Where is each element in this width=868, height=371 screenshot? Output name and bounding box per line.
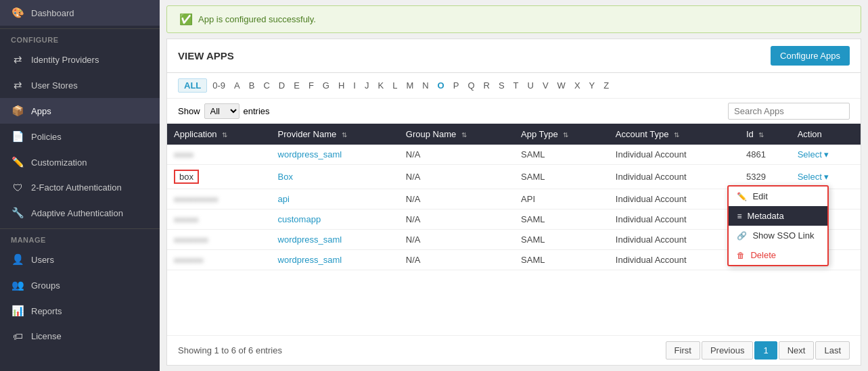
sidebar-label-customization: Customization bbox=[31, 157, 87, 168]
page-btn-previous[interactable]: Previous bbox=[702, 341, 754, 360]
sort-icon: ⇅ bbox=[342, 131, 347, 139]
alpha-btn-f[interactable]: F bbox=[305, 79, 317, 92]
cell-account-type: Individual Account bbox=[609, 250, 739, 270]
sidebar-item-customization[interactable]: ✏️ Customization bbox=[0, 149, 160, 175]
alpha-btn-b[interactable]: B bbox=[246, 79, 258, 92]
alpha-btn-z[interactable]: Z bbox=[600, 79, 612, 92]
alpha-btn-c[interactable]: C bbox=[260, 79, 273, 92]
apps-table: Application ⇅Provider Name ⇅Group Name ⇅… bbox=[167, 124, 861, 270]
alpha-btn-k[interactable]: K bbox=[374, 79, 387, 92]
groups-icon: 👥 bbox=[11, 279, 24, 291]
sidebar-item-identity-providers[interactable]: ⇄ Identity Providers bbox=[0, 47, 160, 72]
alpha-btn-s[interactable]: S bbox=[495, 79, 508, 92]
alpha-btn-e[interactable]: E bbox=[290, 79, 303, 92]
cell-provider-name[interactable]: api bbox=[271, 189, 399, 209]
col-application[interactable]: Application ⇅ bbox=[167, 124, 271, 145]
page-btn-next[interactable]: Next bbox=[779, 341, 815, 360]
blurred-app-name: ●●●●●● bbox=[174, 255, 204, 265]
table-controls: Show All102550100 entries bbox=[167, 99, 861, 124]
cell-provider-name[interactable]: Box bbox=[271, 165, 399, 189]
sidebar-item-users[interactable]: 👤 Users bbox=[0, 247, 160, 272]
sidebar-label-2fa: 2-Factor Authentication bbox=[31, 182, 122, 193]
alpha-btn-o[interactable]: O bbox=[434, 79, 448, 92]
show-entries-control: Show All102550100 entries bbox=[178, 103, 270, 119]
content-panel: VIEW APPS Configure Apps ALL0-9ABCDEFGHI… bbox=[166, 39, 861, 366]
sidebar-label-policies: Policies bbox=[31, 132, 62, 142]
cell-provider-name[interactable]: wordpress_saml bbox=[271, 250, 399, 270]
cell-action: Select ▾✏️Edit≡Metadata🔗Show SSO Link🗑De… bbox=[791, 165, 861, 189]
sidebar-item-policies[interactable]: 📄 Policies bbox=[0, 124, 160, 149]
alpha-btn-p[interactable]: P bbox=[450, 79, 463, 92]
sort-icon: ⇅ bbox=[563, 131, 568, 139]
context-menu-wrapper: Select ▾✏️Edit≡Metadata🔗Show SSO Link🗑De… bbox=[798, 172, 829, 182]
main-content: ✅ App is configured successfuly. VIEW AP… bbox=[160, 0, 868, 371]
cell-app-type: SAML bbox=[514, 250, 609, 270]
select-button[interactable]: Select ▾ bbox=[798, 149, 829, 159]
menu-item-label: Show SSO Link bbox=[752, 230, 814, 241]
cell-id: 4861 bbox=[739, 145, 791, 165]
entries-label: entries bbox=[244, 106, 270, 116]
cell-provider-name[interactable]: wordpress_saml bbox=[271, 145, 399, 165]
page-btn-last[interactable]: Last bbox=[815, 341, 850, 360]
alpha-btn-q[interactable]: Q bbox=[464, 79, 478, 92]
alpha-btn-x[interactable]: X bbox=[571, 79, 584, 92]
alpha-btn-n[interactable]: N bbox=[419, 79, 432, 92]
cell-app-type: SAML bbox=[514, 230, 609, 250]
context-menu-item-metadata[interactable]: ≡Metadata bbox=[729, 206, 827, 226]
alpha-btn-l[interactable]: L bbox=[389, 79, 401, 92]
cell-group-name: N/A bbox=[399, 209, 514, 230]
sidebar-item-user-stores[interactable]: ⇄ User Stores bbox=[0, 72, 160, 98]
cell-group-name: N/A bbox=[399, 145, 514, 165]
col-id[interactable]: Id ⇅ bbox=[739, 124, 791, 145]
cell-provider-name[interactable]: wordpress_saml bbox=[271, 230, 399, 250]
reports-icon: 📊 bbox=[11, 305, 24, 317]
alpha-btn-g[interactable]: G bbox=[319, 79, 333, 92]
page-btn-1[interactable]: 1 bbox=[754, 341, 777, 360]
user-stores-icon: ⇄ bbox=[11, 79, 24, 91]
sidebar-item-adaptive-auth[interactable]: 🔧 Adaptive Authentication bbox=[0, 200, 160, 226]
sidebar-item-2fa[interactable]: 🛡 2-Factor Authentication bbox=[0, 175, 160, 200]
alpha-btn-u[interactable]: U bbox=[524, 79, 537, 92]
col-account-type[interactable]: Account Type ⇅ bbox=[609, 124, 739, 145]
context-menu-item-edit[interactable]: ✏️Edit bbox=[729, 187, 827, 206]
context-menu-item-show-sso-link[interactable]: 🔗Show SSO Link bbox=[729, 226, 827, 245]
alpha-btn-y[interactable]: Y bbox=[586, 79, 599, 92]
cell-app-type: SAML bbox=[514, 145, 609, 165]
alpha-btn-i[interactable]: I bbox=[350, 79, 359, 92]
context-menu-item-delete[interactable]: 🗑Delete bbox=[729, 245, 827, 265]
alpha-btn-a[interactable]: A bbox=[231, 79, 244, 92]
sidebar-item-dashboard[interactable]: 🎨 Dashboard bbox=[0, 0, 160, 26]
page-btn-first[interactable]: First bbox=[666, 341, 700, 360]
sidebar-label-license: License bbox=[31, 331, 62, 341]
alpha-btn-r[interactable]: R bbox=[480, 79, 493, 92]
sidebar-item-license[interactable]: 🏷 License bbox=[0, 324, 160, 349]
policies-icon: 📄 bbox=[11, 130, 24, 143]
search-input[interactable] bbox=[728, 103, 850, 120]
alpha-btn-d[interactable]: D bbox=[275, 79, 288, 92]
alpha-btn-h[interactable]: H bbox=[335, 79, 348, 92]
sidebar-item-apps[interactable]: 📦 Apps bbox=[0, 98, 160, 124]
cell-group-name: N/A bbox=[399, 189, 514, 209]
alpha-btn-all[interactable]: ALL bbox=[178, 78, 207, 93]
entries-select[interactable]: All102550100 bbox=[204, 103, 239, 119]
context-menu: ✏️Edit≡Metadata🔗Show SSO Link🗑Delete bbox=[727, 185, 829, 266]
alpha-btn-w[interactable]: W bbox=[554, 79, 569, 92]
alpha-btn-v[interactable]: V bbox=[539, 79, 552, 92]
alpha-btn-t[interactable]: T bbox=[510, 79, 522, 92]
sidebar-item-groups[interactable]: 👥 Groups bbox=[0, 272, 160, 298]
col-provider-name[interactable]: Provider Name ⇅ bbox=[271, 124, 399, 145]
adaptive-auth-icon: 🔧 bbox=[11, 207, 24, 219]
alpha-btn-0-9[interactable]: 0-9 bbox=[209, 79, 229, 92]
col-app-type[interactable]: App Type ⇅ bbox=[514, 124, 609, 145]
col-action[interactable]: Action bbox=[791, 124, 861, 145]
select-button[interactable]: Select ▾ bbox=[798, 172, 829, 182]
alpha-btn-m[interactable]: M bbox=[403, 79, 417, 92]
cell-provider-name[interactable]: customapp bbox=[271, 209, 399, 230]
sidebar-item-reports[interactable]: 📊 Reports bbox=[0, 298, 160, 324]
blurred-app-name: ●●●● bbox=[174, 150, 193, 159]
configure-apps-button[interactable]: Configure Apps bbox=[771, 46, 850, 66]
sidebar-label-reports: Reports bbox=[31, 306, 62, 316]
cell-app-type: SAML bbox=[514, 165, 609, 189]
alpha-btn-j[interactable]: J bbox=[361, 79, 373, 92]
col-group-name[interactable]: Group Name ⇅ bbox=[399, 124, 514, 145]
